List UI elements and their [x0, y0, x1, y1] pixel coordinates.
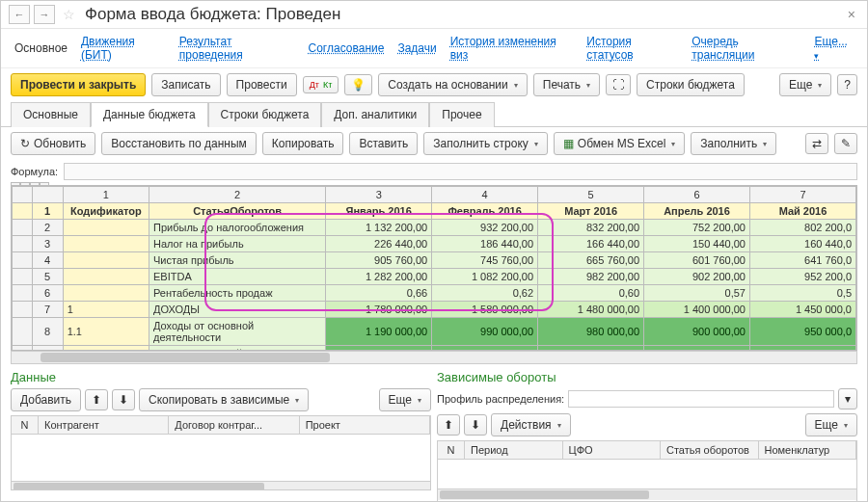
swap-icon[interactable]: ⇄: [805, 133, 828, 154]
move-down-icon[interactable]: ⬇: [112, 389, 135, 410]
table-row[interactable]: 71ДОХОДЫ1 780 000,001 580 000,001 480 00…: [13, 302, 856, 318]
nav-forward[interactable]: →: [34, 5, 55, 24]
dep-subgrid[interactable]: N Период ЦФО Статья оборотов Номенклатур: [437, 440, 857, 502]
profile-clear-icon[interactable]: ▾: [838, 388, 857, 410]
table-row[interactable]: 2Прибыль до налогообложения1 132 200,009…: [13, 220, 856, 236]
excel-button[interactable]: ▦ Обмен MS Excel▾: [554, 132, 686, 155]
budget-grid[interactable]: 1 2 3 4 5 6 7 1 Кодификатор СтатьяОборот…: [11, 185, 857, 351]
tab-budget-rows[interactable]: Строки бюджета: [208, 102, 322, 127]
link-tasks[interactable]: Задачи: [397, 41, 436, 55]
panel-more-button-1[interactable]: Еще▾: [379, 388, 431, 411]
fill-button[interactable]: Заполнить▾: [691, 132, 776, 155]
link-result[interactable]: Результат проведения: [179, 35, 295, 62]
link-visa-history[interactable]: История изменения виз: [450, 35, 574, 62]
tab-main[interactable]: Основные: [11, 102, 91, 127]
dep-move-up-icon[interactable]: ⬆: [437, 414, 460, 436]
data-subgrid[interactable]: N Контрагент Договор контраг... Проект: [11, 415, 431, 490]
panel-data-title: Данные: [11, 368, 431, 386]
profile-input[interactable]: [568, 390, 834, 408]
write-button[interactable]: Записать: [151, 73, 220, 96]
table-row[interactable]: 4Чистая прибыль905 760,00745 760,00665 7…: [13, 252, 856, 269]
post-button[interactable]: Провести: [227, 73, 297, 96]
link-main[interactable]: Основное: [14, 41, 68, 55]
nav-back[interactable]: ←: [9, 5, 30, 24]
table-row[interactable]: 6Рентабельность продаж0,660,620,600,570,…: [13, 285, 856, 302]
table-row[interactable]: 5EBITDA1 282 200,001 082 200,00982 200,0…: [13, 269, 856, 285]
paste-button[interactable]: Вставить: [349, 132, 418, 155]
tab-other[interactable]: Прочее: [429, 102, 494, 127]
formula-label: Формула:: [11, 166, 58, 177]
profile-label: Профиль распределения:: [437, 393, 564, 405]
copy-to-dependent-button[interactable]: Скопировать в зависимые▾: [139, 388, 309, 411]
grid-hscroll[interactable]: [11, 351, 857, 364]
page-title: Форма ввода бюджета: Проведен: [85, 5, 340, 24]
formula-input[interactable]: [64, 163, 857, 180]
excel-icon: ▦: [563, 137, 574, 150]
add-button[interactable]: Добавить: [11, 388, 81, 411]
copy-button[interactable]: Копировать: [262, 132, 344, 155]
panel-dep-title: Зависимые обороты: [437, 368, 857, 386]
create-basis-button[interactable]: Создать на основании▾: [378, 73, 528, 96]
budget-rows-button[interactable]: Строки бюджета: [637, 73, 745, 96]
link-status-history[interactable]: История статусов: [586, 35, 678, 62]
link-broadcast-queue[interactable]: Очередь трансляции: [692, 35, 800, 62]
debit-credit-icon[interactable]: ДтКт: [303, 76, 339, 93]
tab-additional-analytics[interactable]: Доп. аналитики: [321, 102, 429, 127]
tab-budget-data[interactable]: Данные бюджета: [91, 102, 208, 127]
expand-icon[interactable]: ⛶: [606, 74, 631, 95]
actions-button[interactable]: Действия▾: [491, 413, 571, 436]
close-button[interactable]: ×: [844, 7, 859, 22]
move-up-icon[interactable]: ⬆: [85, 389, 108, 410]
table-row[interactable]: 3Налог на прибыль226 440,00186 440,00166…: [13, 236, 856, 252]
lightbulb-icon[interactable]: 💡: [344, 74, 372, 95]
link-movements[interactable]: Движения (БИТ): [81, 35, 166, 62]
panel-more-button-2[interactable]: Еще▾: [805, 413, 857, 436]
dep-move-down-icon[interactable]: ⬇: [464, 414, 487, 436]
print-button[interactable]: Печать▾: [533, 73, 600, 96]
edit-icon[interactable]: ✎: [834, 133, 857, 154]
favorite-icon[interactable]: ☆: [63, 7, 75, 22]
more-button-1[interactable]: Еще▾: [779, 73, 831, 96]
help-button[interactable]: ?: [837, 74, 857, 95]
restore-button[interactable]: Восстановить по данным: [101, 132, 256, 155]
link-approval[interactable]: Согласование: [309, 41, 385, 55]
refresh-icon: ↻: [20, 137, 30, 150]
link-more[interactable]: Еще...: [814, 35, 854, 62]
table-row[interactable]: 81.1Доходы от основной деятельности1 190…: [13, 318, 856, 346]
refresh-button[interactable]: ↻ Обновить: [11, 132, 95, 155]
fill-row-button[interactable]: Заполнить строку▾: [423, 132, 547, 155]
post-and-close-button[interactable]: Провести и закрыть: [11, 73, 146, 96]
